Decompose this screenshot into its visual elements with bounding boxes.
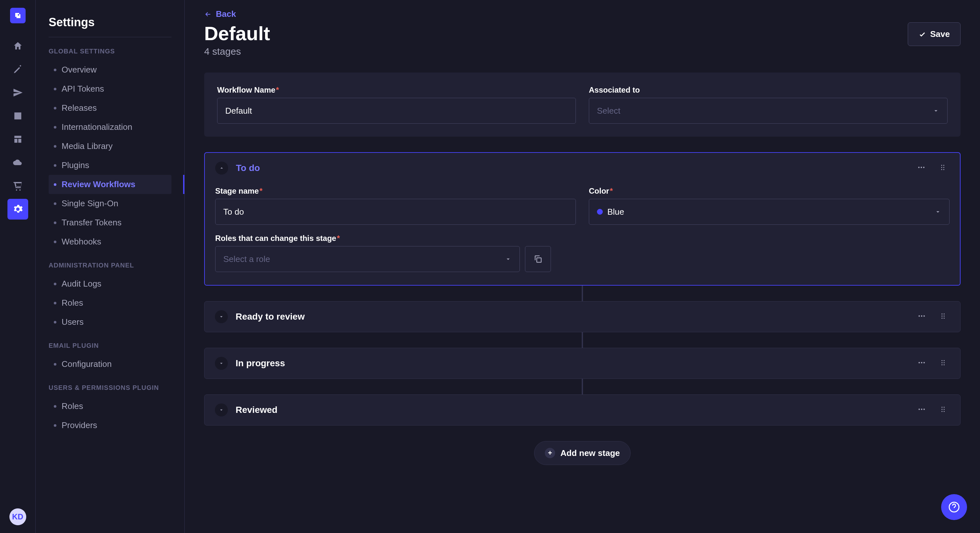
bullet-icon bbox=[54, 241, 56, 243]
sidebar-item-roles[interactable]: Roles bbox=[49, 397, 172, 416]
more-menu-icon[interactable] bbox=[915, 309, 929, 324]
cloud-icon[interactable] bbox=[8, 152, 28, 173]
sidebar-item-review-workflows[interactable]: Review Workflows bbox=[49, 175, 172, 194]
arrow-left-icon bbox=[204, 10, 212, 18]
svg-point-2 bbox=[923, 167, 924, 168]
paper-plane-icon[interactable] bbox=[8, 82, 28, 103]
workflow-name-input[interactable] bbox=[217, 98, 576, 124]
bullet-icon bbox=[54, 88, 56, 90]
sidebar-item-overview[interactable]: Overview bbox=[49, 60, 172, 79]
stage-name-label: Stage name* bbox=[215, 187, 576, 195]
settings-title: Settings bbox=[49, 16, 172, 29]
copy-roles-button[interactable] bbox=[525, 246, 551, 272]
add-stage-button[interactable]: + Add new stage bbox=[534, 441, 630, 465]
svg-point-24 bbox=[942, 362, 942, 363]
stage-title: Ready to review bbox=[235, 311, 907, 322]
drag-handle-icon[interactable] bbox=[936, 160, 950, 176]
plus-icon: + bbox=[545, 448, 555, 458]
sidebar-item-releases[interactable]: Releases bbox=[49, 98, 172, 117]
stage-card-expanded: To doStage name*Color*BlueRoles that can… bbox=[204, 152, 961, 286]
drag-handle-icon[interactable] bbox=[936, 356, 950, 371]
workflow-form-card: Workflow Name* Associated to Select bbox=[204, 73, 961, 136]
layout-icon[interactable] bbox=[8, 129, 28, 150]
svg-point-12 bbox=[923, 316, 924, 317]
question-icon bbox=[948, 501, 960, 513]
bullet-icon bbox=[54, 424, 56, 427]
left-rail: KD bbox=[0, 0, 36, 533]
expand-toggle[interactable] bbox=[215, 310, 228, 323]
sidebar-item-users[interactable]: Users bbox=[49, 313, 172, 332]
svg-point-4 bbox=[943, 165, 944, 166]
color-select[interactable]: Blue bbox=[589, 199, 950, 225]
section-label: Email Plugin bbox=[49, 342, 172, 349]
help-fab[interactable] bbox=[941, 494, 967, 520]
more-menu-icon[interactable] bbox=[915, 356, 929, 371]
svg-point-3 bbox=[941, 165, 942, 166]
sidebar-item-single-sign-on[interactable]: Single Sign-On bbox=[49, 194, 172, 213]
stage-title: To do bbox=[236, 163, 907, 173]
roles-select[interactable]: Select a role bbox=[215, 246, 520, 272]
svg-point-8 bbox=[943, 169, 944, 170]
cart-icon[interactable] bbox=[8, 176, 28, 196]
stage-connector bbox=[582, 286, 583, 301]
sidebar-item-roles[interactable]: Roles bbox=[49, 293, 172, 313]
svg-point-28 bbox=[918, 409, 920, 410]
bullet-icon bbox=[54, 145, 56, 148]
svg-point-35 bbox=[942, 411, 942, 412]
stage-title: In progress bbox=[235, 358, 907, 368]
svg-point-18 bbox=[944, 318, 945, 319]
svg-point-27 bbox=[944, 364, 945, 365]
chevron-down-icon bbox=[932, 107, 940, 114]
sidebar-item-transfer-tokens[interactable]: Transfer Tokens bbox=[49, 213, 172, 232]
gear-icon[interactable] bbox=[8, 199, 28, 219]
app-logo[interactable] bbox=[10, 8, 25, 23]
svg-point-1 bbox=[921, 167, 922, 168]
expand-toggle[interactable] bbox=[215, 403, 228, 416]
svg-point-29 bbox=[921, 409, 922, 410]
bullet-icon bbox=[54, 363, 56, 366]
sidebar-item-api-tokens[interactable]: API Tokens bbox=[49, 79, 172, 98]
pen-icon[interactable] bbox=[8, 59, 28, 80]
svg-point-25 bbox=[944, 362, 945, 363]
bullet-icon bbox=[54, 321, 56, 324]
home-icon[interactable] bbox=[8, 36, 28, 56]
stage-body: Stage name*Color*BlueRoles that can chan… bbox=[205, 187, 960, 285]
drag-handle-icon[interactable] bbox=[936, 403, 950, 417]
svg-point-15 bbox=[942, 316, 942, 316]
drag-handle-icon[interactable] bbox=[936, 309, 950, 324]
sidebar-item-webhooks[interactable]: Webhooks bbox=[49, 232, 172, 251]
sidebar-item-configuration[interactable]: Configuration bbox=[49, 355, 172, 374]
stage-card-collapsed: Reviewed bbox=[204, 394, 961, 425]
expand-toggle[interactable] bbox=[215, 357, 228, 370]
section-label: Administration Panel bbox=[49, 262, 172, 269]
sidebar-item-media-library[interactable]: Media Library bbox=[49, 136, 172, 156]
sidebar-item-audit-logs[interactable]: Audit Logs bbox=[49, 274, 172, 293]
more-menu-icon[interactable] bbox=[915, 403, 929, 417]
svg-point-19 bbox=[918, 362, 920, 363]
collapse-toggle[interactable] bbox=[215, 162, 228, 174]
avatar[interactable]: KD bbox=[10, 508, 26, 525]
associated-to-select[interactable]: Select bbox=[589, 98, 948, 124]
stage-name-input[interactable] bbox=[215, 199, 576, 225]
svg-point-22 bbox=[942, 360, 942, 361]
more-menu-icon[interactable] bbox=[915, 160, 928, 176]
sidebar-item-providers[interactable]: Providers bbox=[49, 416, 172, 435]
bullet-icon bbox=[54, 202, 56, 205]
workflow-name-label: Workflow Name* bbox=[217, 86, 576, 95]
bullet-icon bbox=[54, 164, 56, 167]
svg-point-11 bbox=[921, 316, 922, 317]
back-link[interactable]: Back bbox=[204, 9, 961, 19]
page-title: Default bbox=[204, 22, 270, 45]
sidebar-item-plugins[interactable]: Plugins bbox=[49, 156, 172, 175]
bullet-icon bbox=[54, 283, 56, 285]
bullet-icon bbox=[54, 302, 56, 305]
associated-to-label: Associated to bbox=[589, 86, 948, 95]
stage-header: In progress bbox=[205, 348, 960, 379]
svg-point-32 bbox=[944, 407, 945, 408]
svg-point-23 bbox=[944, 360, 945, 361]
roles-label: Roles that can change this stage* bbox=[215, 234, 520, 243]
svg-point-31 bbox=[942, 407, 942, 408]
save-button[interactable]: Save bbox=[908, 22, 961, 46]
image-icon[interactable] bbox=[8, 106, 28, 126]
sidebar-item-internationalization[interactable]: Internationalization bbox=[49, 117, 172, 136]
